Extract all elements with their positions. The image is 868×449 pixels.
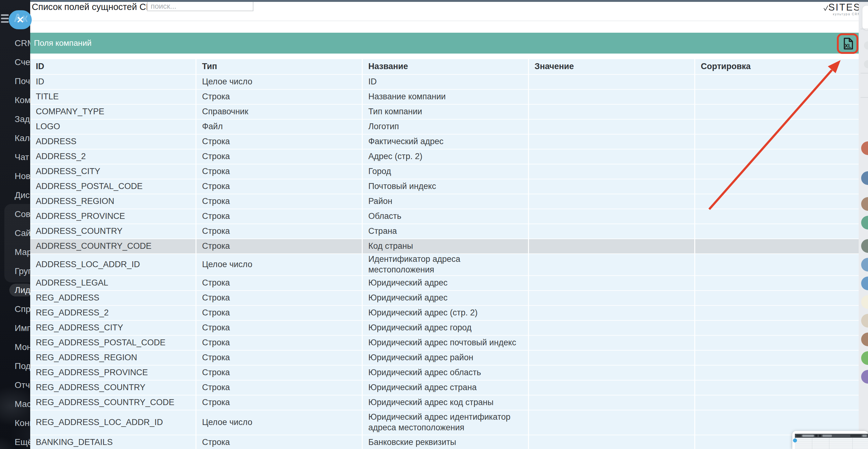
avatar-dot[interactable] <box>864 41 868 50</box>
cell-type: Строка <box>196 90 363 104</box>
sidebar-item-disk[interactable]: Диск <box>0 186 30 205</box>
table-header-row: IDТипНазваниеЗначениеСортировка <box>30 59 859 75</box>
column-header: ID <box>30 59 196 75</box>
cell-id: REG_ADDRESS_REGION <box>30 351 196 365</box>
sidebar-item-companies[interactable]: Комп <box>0 91 30 110</box>
sidebar-item-monitor[interactable]: Мон <box>0 337 30 357</box>
table-row[interactable]: IDЦелое числоID <box>30 75 859 90</box>
cell-name: Юридический адрес район <box>363 351 529 365</box>
avatar-dot[interactable] <box>861 197 868 211</box>
cell-value <box>529 306 695 321</box>
sidebar-item-sites[interactable]: Сайт <box>0 223 30 243</box>
cell-name: Юридический адрес почтовый индекс <box>363 336 529 351</box>
cell-value <box>529 351 695 365</box>
avatar-dot[interactable] <box>861 314 868 328</box>
cell-type: Строка <box>196 239 363 254</box>
table-row[interactable]: BANKING_DETAILSСтрокаБанковские реквизит… <box>30 435 859 449</box>
table-row[interactable]: REG_ADDRESS_COUNTRYСтрокаЮридический адр… <box>30 381 859 395</box>
sidebar-item-leads[interactable]: Лиды <box>0 280 30 300</box>
cell-name: Тип компании <box>363 104 529 120</box>
cell-type: Строка <box>196 134 363 149</box>
table-row[interactable]: REG_ADDRESS_REGIONСтрокаЮридический адре… <box>30 351 859 365</box>
column-header: Значение <box>529 59 695 75</box>
avatar-dot[interactable] <box>861 258 868 271</box>
cell-name: Идентификатор адреса местоположения <box>363 254 529 276</box>
cell-name: Почтовый индекс <box>363 179 529 194</box>
sidebar-item-label: Мар <box>14 247 30 257</box>
sidebar-item-crm[interactable]: CRM <box>0 34 30 53</box>
sidebar-item-import[interactable]: Имп <box>0 319 30 337</box>
table-row[interactable]: ADDRESS_REGIONСтрокаРайон <box>30 194 859 209</box>
table-row[interactable]: REG_ADDRESSСтрокаЮридический адрес <box>30 291 859 306</box>
cell-name: Адрес (стр. 2) <box>363 149 529 164</box>
sidebar-item-market[interactable]: Мар <box>0 243 30 262</box>
avatar-dot[interactable] <box>861 239 868 253</box>
cell-id: REG_ADDRESS_PROVINCE <box>30 365 196 381</box>
avatar-dot[interactable] <box>861 295 868 309</box>
sidebar-item-mail[interactable]: Почт <box>0 71 30 91</box>
table-row[interactable]: REG_ADDRESS_CITYСтрокаЮридический адрес … <box>30 321 859 336</box>
window-top-strip <box>30 0 868 2</box>
cell-sort <box>695 381 859 395</box>
cell-type: Строка <box>196 149 363 164</box>
cell-id: ADDRESS_CITY <box>30 164 196 179</box>
sidebar-item-collab[interactable]: Совм <box>0 205 30 223</box>
sidebar-item-groups[interactable]: Груп <box>0 262 30 280</box>
sidebar-item-label: Спра <box>14 304 30 314</box>
table-row[interactable]: TITLEСтрокаНазвание компании <box>30 90 859 104</box>
sidebar-item-subscription[interactable]: Подп <box>0 357 30 376</box>
sidebar-item-news[interactable]: Новс <box>0 167 30 186</box>
assistant-close-button[interactable]: Ак ✕ <box>9 10 32 29</box>
sidebar-item-invoices[interactable]: Счет <box>0 53 30 71</box>
table-row[interactable]: LOGOФайлЛоготип <box>30 120 859 134</box>
cell-value <box>529 239 695 254</box>
table-row[interactable]: ADDRESS_2СтрокаАдрес (стр. 2) <box>30 149 859 164</box>
avatar-dot[interactable] <box>861 370 868 384</box>
right-panel-button[interactable] <box>862 6 868 30</box>
cell-sort <box>695 351 859 365</box>
section-title: Поля компаний <box>34 38 92 48</box>
sidebar-item-calendar[interactable]: Кале <box>0 128 30 148</box>
avatar-dot[interactable] <box>864 60 868 68</box>
cell-type: Целое число <box>196 75 363 90</box>
table-row[interactable]: COMPANY_TYPEСправочникТип компании <box>30 104 859 120</box>
sidebar-item-more[interactable]: Ещё <box>0 432 30 449</box>
table-row[interactable]: ADDRESS_COUNTRYСтрокаСтрана <box>30 224 859 239</box>
screenshare-thumbnail-window[interactable] <box>792 431 868 449</box>
table-row[interactable]: ADDRESS_COUNTRY_CODEСтрокаКод страны <box>30 239 859 254</box>
cell-sort <box>695 239 859 254</box>
strip-divider <box>861 29 868 29</box>
table-row[interactable]: ADDRESS_CITYСтрокаГород <box>30 164 859 179</box>
table-row[interactable]: REG_ADDRESS_COUNTRY_CODEСтрокаЮридически… <box>30 395 859 410</box>
avatar-dot[interactable] <box>861 351 868 365</box>
cell-id: ADDRESS_COUNTRY <box>30 224 196 239</box>
table-row[interactable]: REG_ADDRESS_LOC_ADDR_IDЦелое числоЮридич… <box>30 410 859 435</box>
sidebar-item-tasks[interactable]: Зада <box>0 110 30 128</box>
export-xlsx-button[interactable]: XL <box>837 33 858 54</box>
cell-type: Строка <box>196 395 363 410</box>
table-row[interactable]: REG_ADDRESS_PROVINCEСтрокаЮридический ад… <box>30 365 859 381</box>
table-row[interactable]: ADDRESS_PROVINCEСтрокаОбласть <box>30 209 859 224</box>
hamburger-menu-icon[interactable] <box>1 14 9 23</box>
avatar-dot[interactable] <box>861 276 868 290</box>
fields-table: IDТипНазваниеЗначениеСортировка IDЦелое … <box>30 59 859 449</box>
cell-sort <box>695 321 859 336</box>
sidebar-item-conversion[interactable]: Конв <box>0 414 30 432</box>
table-row[interactable]: REG_ADDRESS_POSTAL_CODEСтрокаЮридический… <box>30 336 859 351</box>
table-row[interactable]: ADDRESS_POSTAL_CODEСтрокаПочтовый индекс <box>30 179 859 194</box>
sidebar-item-mass[interactable]: Масс <box>0 394 30 414</box>
table-row[interactable]: REG_ADDRESS_2СтрокаЮридический адрес (ст… <box>30 306 859 321</box>
sidebar-item-reference[interactable]: Спра <box>0 300 30 319</box>
cell-value <box>529 149 695 164</box>
table-row[interactable]: ADDRESS_LOC_ADDR_IDЦелое числоИдентифика… <box>30 254 859 276</box>
avatar-dot[interactable] <box>861 141 868 155</box>
sidebar-item-chat[interactable]: Чат <box>0 148 30 167</box>
cell-sort <box>695 164 859 179</box>
search-input[interactable] <box>147 1 253 11</box>
table-row[interactable]: ADDRESSСтрокаФактический адрес <box>30 134 859 149</box>
sidebar-item-reports[interactable]: Отчё <box>0 376 30 394</box>
table-row[interactable]: ADDRESS_LEGALСтрокаЮридический адрес <box>30 276 859 291</box>
avatar-dot[interactable] <box>861 216 868 230</box>
avatar-dot[interactable] <box>861 333 868 346</box>
avatar-dot[interactable] <box>861 171 868 185</box>
